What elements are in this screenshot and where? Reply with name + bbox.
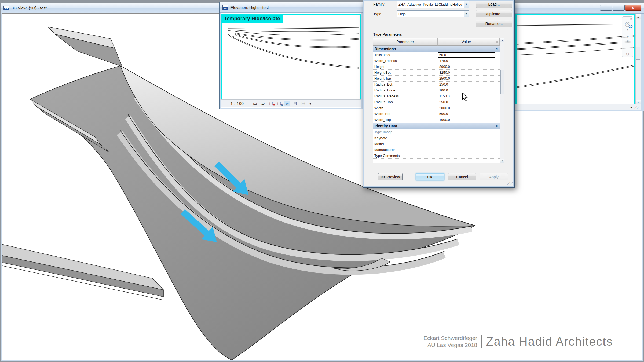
crop-view-off-icon[interactable]: ▢× (268, 101, 274, 106)
scroll-up-icon[interactable]: ▲ (636, 14, 641, 19)
value-column-header[interactable]: Value (438, 38, 495, 46)
section-header[interactable]: Dimensions« (373, 46, 500, 52)
family-label: Family: (373, 2, 385, 6)
parameter-row[interactable]: Height8000.0 (373, 64, 500, 70)
cancel-button[interactable]: Cancel (448, 173, 476, 180)
parameter-row[interactable]: Model (373, 141, 500, 147)
parameter-row[interactable]: Radius_Top250.0 (373, 99, 500, 105)
chevron-down-icon[interactable]: ▾ (627, 27, 629, 32)
steering-wheel-2d-icon[interactable]: ◎2D (625, 21, 631, 27)
credit-divider (481, 335, 482, 348)
parameter-row[interactable]: Width_Bot500.0 (373, 111, 500, 117)
navbar-divider (624, 33, 632, 33)
resize-grip[interactable]: ⋰⋰ (507, 182, 512, 185)
parameter-row[interactable]: Width_Recess475.0 (373, 58, 500, 64)
type-parameters-label: Type Parameters (373, 32, 402, 36)
chevron-down-icon[interactable]: ▾ (627, 39, 629, 44)
scroll-up-icon[interactable]: ▲ (500, 38, 504, 42)
minimize-button[interactable]: — (600, 5, 612, 11)
show-crop-region-icon[interactable]: ▢ʘ (276, 101, 282, 106)
navbar-close-icon[interactable]: × (630, 17, 632, 20)
parameter-row[interactable]: Type Comments (373, 153, 500, 159)
elevation-titlebar[interactable]: Elevation: Right - test (220, 2, 363, 13)
temporary-hide-isolate-icon[interactable]: ∞ (284, 101, 290, 106)
preview-button[interactable]: << Preview (378, 173, 403, 180)
crop-lock-icon[interactable]: ⊟ (292, 101, 298, 106)
chevron-down-icon[interactable]: ▼ (464, 1, 469, 8)
elevation-drawing (222, 15, 360, 100)
parameter-row[interactable]: Radius_Recess1150.0 (373, 93, 500, 99)
pane-arrow-icon[interactable]: ▸ (631, 105, 632, 109)
scroll-down-icon[interactable]: ▼ (500, 159, 504, 163)
zoom-out-icon[interactable]: ⊖ (626, 51, 630, 56)
parameter-row[interactable]: Thickness50.0 (373, 52, 500, 58)
window-elevation-right: Elevation: Right - test Temporary Hide/I… (219, 2, 363, 109)
scrollbar-thumb[interactable] (500, 70, 504, 94)
collapse-bar-icon[interactable]: ◂ (309, 101, 311, 105)
type-value: High (397, 12, 464, 16)
apply-button: Apply (480, 173, 508, 180)
resize-grip[interactable]: ⋰⋰ (634, 106, 639, 109)
rename-button[interactable]: Rename... (476, 20, 512, 27)
right-bottom-strip: ▸ ⋰⋰ (515, 104, 641, 110)
parameter-row[interactable]: Height Top2500.0 (373, 76, 500, 82)
ok-button[interactable]: OK (416, 173, 444, 180)
parameter-row[interactable]: Radius_Edge100.0 (373, 87, 500, 93)
right-viewport[interactable]: ×◎2D▾+▾⊖ (515, 14, 635, 105)
temporary-hide-isolate-banner: Temporary Hide/Isolate (222, 15, 283, 23)
collapse-section-icon[interactable]: « (495, 125, 499, 127)
family-value: ZHA_Adaptive_Profile_L6CladdingHollov (397, 2, 464, 6)
zha-logo-text: Zaha Hadid Architects (486, 335, 613, 348)
pan-icon[interactable]: + (627, 34, 629, 39)
close-button[interactable]: × (625, 5, 641, 11)
parameter-row[interactable]: Width_Top1000.0 (373, 117, 500, 123)
value-edit-field[interactable]: 50.0 (438, 52, 495, 58)
parameter-row[interactable]: Keynote (373, 135, 500, 141)
type-parameters-body: Dimensions«Thickness50.0Width_Recess475.… (373, 46, 500, 159)
detail-level-icon[interactable]: ▭ (252, 101, 258, 106)
rvt-view-icon (3, 6, 9, 10)
chevron-down-icon[interactable]: ▼ (464, 11, 469, 17)
parameter-row[interactable]: Manufacturer (373, 147, 500, 153)
view-scale[interactable]: 1 : 100 (230, 101, 244, 106)
rvt-view-icon (222, 5, 228, 10)
type-properties-dialog: Family: ZHA_Adaptive_Profile_L6CladdingH… (363, 0, 515, 188)
restore-button[interactable]: ▫ (613, 5, 625, 11)
parameter-column-header[interactable]: Parameter (373, 38, 438, 46)
parameter-row[interactable]: Radius_Bot250.0 (373, 82, 500, 87)
credit-block: Eckart Schwerdtfeger AU Las Vegas 2018 Z… (423, 335, 613, 349)
section-header[interactable]: Identity Data« (373, 123, 500, 129)
visual-style-icon[interactable]: ▱ (260, 101, 266, 106)
elevation-content: Temporary Hide/Isolate 1 : 100 ▭▱▢×▢ʘ∞⊟▤… (221, 13, 361, 108)
credit-author: Eckart Schwerdtfeger (423, 335, 477, 342)
3d-view-title: 3D View: {3D} - test (12, 6, 47, 10)
right-vertical-scrollbar[interactable]: ▲ ▼ (635, 14, 641, 105)
formula-column-header: = (495, 38, 500, 46)
family-dropdown[interactable]: ZHA_Adaptive_Profile_L6CladdingHollov ▼ (397, 1, 469, 8)
reveal-hidden-elements-icon[interactable]: ▤ (300, 101, 306, 106)
elevation-viewport[interactable]: Temporary Hide/Isolate (221, 14, 361, 101)
window-right-elevation: — ▫ × ×◎2D▾+▾⊖ ▲ ▼ ▸ ⋰⋰ (514, 3, 644, 111)
parameter-row[interactable]: Height Bot3250.0 (373, 70, 500, 76)
collapse-section-icon[interactable]: « (495, 48, 499, 50)
navigation-bar[interactable]: ×◎2D▾+▾⊖ (622, 16, 633, 57)
scroll-down-icon[interactable]: ▼ (636, 100, 641, 105)
table-scrollbar[interactable]: ▲ ▼ (500, 38, 504, 163)
right-elevation-drawing (517, 15, 634, 104)
type-dropdown[interactable]: High ▼ (397, 10, 469, 17)
scrollbar-thumb[interactable] (636, 47, 640, 60)
parameter-row[interactable]: Type Image (373, 129, 500, 135)
credit-event: AU Las Vegas 2018 (423, 342, 477, 349)
rail-beam (2, 244, 164, 300)
type-label: Type: (373, 12, 382, 16)
elevation-title: Elevation: Right - test (230, 5, 269, 10)
mouse-cursor (462, 93, 469, 101)
type-parameters-table: Parameter Value = Dimensions«Thickness50… (373, 38, 500, 163)
view-control-bar: 1 : 100 ▭▱▢×▢ʘ∞⊟▤ ◂ (221, 99, 361, 107)
load-button[interactable]: Load... (476, 1, 512, 8)
parameter-row[interactable]: Width2000.0 (373, 105, 500, 111)
duplicate-button[interactable]: Duplicate... (476, 10, 512, 17)
